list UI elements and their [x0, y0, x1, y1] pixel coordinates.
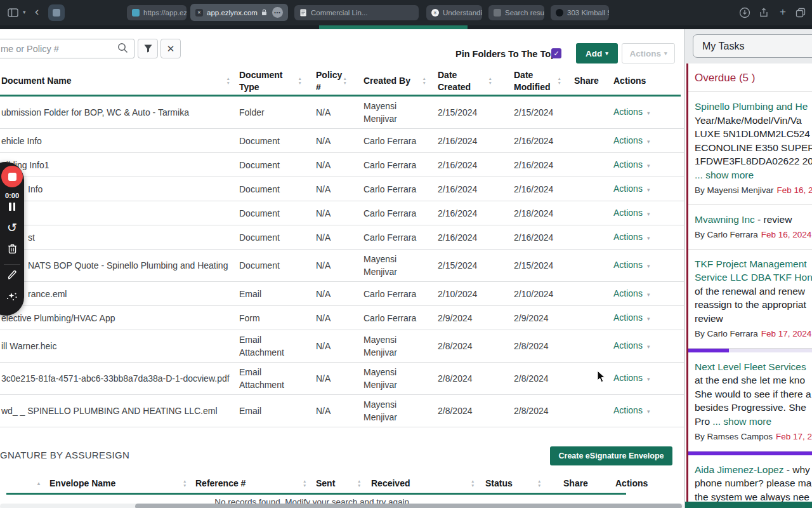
sort-icon[interactable]: ▲▼	[537, 479, 541, 488]
actions-button[interactable]: Actions▾	[622, 43, 675, 64]
row-actions-button[interactable]: Actions	[613, 260, 643, 270]
search-icon[interactable]	[117, 43, 128, 53]
sort-icon[interactable]: ▲▼	[357, 479, 361, 488]
row-actions-button[interactable]: Actions	[613, 208, 643, 218]
search-input[interactable]	[0, 39, 134, 58]
envelope-col-label[interactable]: Sent	[316, 478, 335, 488]
envelope-col-label[interactable]: Envelope Name	[49, 478, 115, 488]
row-actions-button[interactable]: Actions	[613, 184, 643, 194]
documents-header: Document Name▲▼Document Type▲▼Policy #▲▼…	[0, 67, 684, 95]
back-icon[interactable]: ‹	[35, 4, 39, 18]
doc-col-header-2[interactable]: Policy #▲▼	[316, 69, 363, 93]
doc-createdby-cell: Carlo Ferrara	[363, 135, 438, 147]
pause-recording-button[interactable]	[0, 203, 24, 211]
envelope-col-label[interactable]: Reference #	[195, 478, 246, 488]
row-actions-button[interactable]: Actions	[613, 135, 643, 145]
app-launcher-icon[interactable]	[48, 4, 65, 21]
delete-recording-icon[interactable]	[0, 243, 24, 254]
doc-col-header-3[interactable]: Created By▲▼	[363, 75, 438, 87]
tab-menu-button[interactable]: •••	[272, 7, 283, 18]
sort-icon[interactable]: ▲▼	[343, 77, 347, 85]
doc-col-header-4[interactable]: Date Created▲▼	[438, 69, 514, 93]
chevron-down-icon: ▾	[605, 50, 608, 57]
task-link[interactable]: Mvawning Inc	[695, 214, 755, 225]
task-text: Year/Make/Model/Vin/Va	[695, 115, 802, 126]
browser-tab-active[interactable]: ✕ app.ezlynx.com •••	[190, 4, 288, 21]
doc-col-header-1[interactable]: Document Type▲▼	[239, 69, 316, 93]
show-more-link[interactable]: ... show more	[695, 170, 754, 180]
share-icon[interactable]	[757, 7, 770, 18]
doc-actions-cell: Actions▾	[607, 105, 684, 119]
sort-icon[interactable]: ▲▼	[558, 77, 561, 85]
row-actions-button[interactable]: Actions	[613, 312, 643, 323]
task-link[interactable]: Spinello Plumbing and He	[695, 101, 808, 112]
doc-name[interactable]: ill Warner.heic	[1, 341, 56, 351]
download-icon[interactable]	[738, 7, 751, 18]
restart-recording-icon[interactable]: ↺	[0, 220, 24, 235]
horizontal-scrollbar-thumb[interactable]	[135, 504, 682, 508]
task-text: the system we always nee	[695, 491, 809, 502]
task-link[interactable]: TKF Project Management Service LLC DBA T…	[695, 258, 812, 283]
sort-icon[interactable]: ▲▼	[471, 479, 475, 488]
row-actions-button[interactable]: Actions	[613, 405, 643, 415]
filter-button[interactable]	[138, 39, 158, 58]
doc-name[interactable]: NATS BOP Quote - Spinello Plumbing and H…	[1, 260, 228, 271]
sort-asc-icon[interactable]: ▲	[36, 481, 41, 486]
doc-name[interactable]: ehicle Info	[1, 136, 42, 146]
new-tab-icon[interactable]: +	[776, 6, 789, 18]
sort-icon[interactable]: ▲▼	[303, 479, 306, 488]
doc-name[interactable]: ubmission Folder for BOP, WC & Auto - Ta…	[1, 107, 189, 117]
chevron-down-icon: ▾	[647, 316, 650, 322]
sort-icon[interactable]: ▲▼	[422, 77, 426, 85]
tab-overview-icon[interactable]	[794, 7, 807, 18]
row-actions-button[interactable]: Actions	[613, 373, 643, 383]
row-actions-button[interactable]: Actions	[613, 340, 643, 351]
add-button[interactable]: Add▾	[576, 43, 618, 64]
doc-col-header-0[interactable]: Document Name▲▼	[0, 75, 239, 87]
task-author: By Carlo Ferrara	[695, 230, 758, 239]
doc-name[interactable]: wd_ _ SPINELLO PLUMBING AND HEATING LLC.…	[1, 406, 218, 416]
browser-tab-1[interactable]: https://app.ezly...	[127, 5, 187, 20]
task-link[interactable]: Aida Jimenez-Lopez	[695, 464, 783, 475]
task-text: review	[695, 313, 723, 324]
draw-pencil-icon[interactable]	[0, 270, 24, 281]
row-actions-button[interactable]: Actions	[613, 288, 643, 298]
my-tasks-selector[interactable]: My Tasks	[693, 34, 812, 58]
doc-name[interactable]: 3c0e215-81fa-4571-abc6-33bb8a7da38a-D-1-…	[1, 373, 230, 384]
row-actions-button[interactable]: Actions	[613, 159, 643, 170]
cell-text: 2/8/2024	[514, 406, 549, 416]
doc-name[interactable]: elective Plumbing/HVAC App	[1, 313, 115, 323]
row-actions-button[interactable]: Actions	[613, 107, 643, 117]
browser-tab-5[interactable]: Search results -...	[488, 5, 544, 20]
task-text-line: at the end she let me kno	[695, 373, 812, 387]
pin-folders-checkbox[interactable]: ✓	[551, 48, 561, 58]
task-text-line: Year/Make/Model/Vin/Va	[695, 114, 812, 128]
browser-tab-4[interactable]: ✳ Understanding t...	[426, 5, 482, 20]
task-link[interactable]: Next Level Fleet Services	[695, 361, 806, 372]
doc-policy-cell: N/A	[316, 183, 363, 196]
browser-tab-3[interactable]: Commercial Lin...	[294, 5, 419, 20]
show-more-link[interactable]: ... show more	[712, 416, 771, 427]
clear-search-button[interactable]: ✕	[160, 39, 181, 58]
row-actions-button[interactable]: Actions	[613, 232, 643, 242]
browser-tab-6[interactable]: 303 Kimball St -...	[551, 5, 609, 20]
documents-panel: ✕ Pin Folders To The Top ✓ Add▾ Actions▾…	[0, 29, 684, 508]
doc-col-header-5[interactable]: Date Modified▲▼	[514, 69, 574, 93]
envelope-col-label[interactable]: Status	[485, 478, 513, 488]
doc-name-cell: rance.eml	[0, 288, 239, 300]
sort-icon[interactable]: ▲▼	[298, 77, 302, 85]
sort-icon[interactable]: ▲▼	[183, 479, 187, 488]
sort-icon[interactable]: ▲▼	[226, 77, 230, 85]
sidebar-toggle-icon[interactable]	[8, 8, 18, 17]
cell-text: 2/15/2024	[514, 107, 553, 117]
stop-recording-button[interactable]	[1, 166, 23, 187]
effects-sparkle-icon[interactable]	[0, 291, 24, 303]
create-esignature-envelope-button[interactable]: Create eSignature Envelope	[550, 446, 672, 465]
task-byline: By Carlo FerraraFeb 17, 2024	[695, 327, 812, 341]
task-text-line: of the renewal and renew	[695, 284, 812, 298]
cell-text: 2/16/2024	[514, 184, 553, 194]
doc-datecreated-cell: 2/16/2024	[438, 183, 514, 196]
sort-icon[interactable]: ▲▼	[488, 77, 492, 85]
envelope-col-label[interactable]: Received	[371, 478, 410, 488]
chevron-down-icon[interactable]: ▾	[23, 9, 26, 15]
